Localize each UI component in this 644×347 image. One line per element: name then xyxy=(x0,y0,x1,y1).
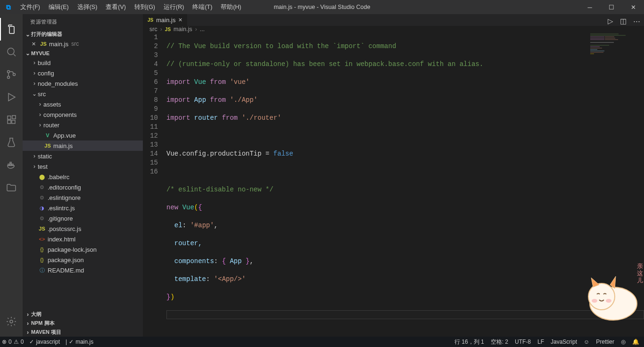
breadcrumb-segment[interactable]: main.js xyxy=(173,26,192,33)
tab-main-js[interactable]: JS main.js × xyxy=(143,14,188,26)
outline-header[interactable]: › 大纲 xyxy=(23,310,143,319)
menu-select[interactable]: 选择(S) xyxy=(74,0,101,14)
chevron-down-icon: ⌄ xyxy=(31,91,38,97)
chevron-right-icon: › xyxy=(195,26,197,33)
file-item[interactable]: ⓘREADME.md xyxy=(23,265,143,275)
status-file[interactable]: | ✓main.js xyxy=(66,339,93,345)
project-header[interactable]: ⌄ MYVUE xyxy=(23,49,143,58)
source-control-icon[interactable] xyxy=(0,63,23,86)
status-language[interactable]: JavaScript xyxy=(551,339,577,345)
explorer-icon[interactable] xyxy=(0,18,23,41)
chevron-right-icon: › xyxy=(31,80,38,87)
file-label: package-lock.json xyxy=(48,246,97,253)
file-item[interactable]: ◑.eslintrc.js xyxy=(23,203,143,213)
folder-item[interactable]: ⌄src xyxy=(23,89,143,99)
breadcrumb-segment[interactable]: src xyxy=(149,26,157,33)
extensions-icon[interactable] xyxy=(0,108,23,131)
status-bell-icon[interactable]: 🔔 xyxy=(632,339,639,345)
status-encoding[interactable]: UTF-8 xyxy=(515,339,531,345)
chevron-right-icon: › xyxy=(31,59,38,66)
status-language-mode[interactable]: ✓javascript xyxy=(29,339,60,345)
status-broadcast-icon[interactable]: ◎ xyxy=(621,339,626,345)
js-icon: JS xyxy=(39,41,48,47)
close-button[interactable]: ✕ xyxy=(622,0,644,14)
folder-item[interactable]: ›node_modules xyxy=(23,78,143,89)
docker-icon[interactable] xyxy=(0,154,23,176)
menu-run[interactable]: 运行(R) xyxy=(160,0,188,14)
file-item[interactable]: JS.postcssrc.js xyxy=(23,223,143,234)
file-label: .postcssrc.js xyxy=(48,225,82,232)
menu-edit[interactable]: 编辑(E) xyxy=(45,0,73,14)
run-debug-icon[interactable] xyxy=(0,86,23,108)
testing-icon[interactable] xyxy=(0,131,23,154)
menu-file[interactable]: 文件(F) xyxy=(17,0,44,14)
npm-header[interactable]: › NPM 脚本 xyxy=(23,319,143,328)
maximize-button[interactable]: ☐ xyxy=(601,0,622,14)
folder-item[interactable]: ›config xyxy=(23,68,143,78)
sidebar-title: 资源管理器 xyxy=(23,14,143,30)
file-item[interactable]: {}package.json xyxy=(23,255,143,265)
js-icon: JS xyxy=(38,226,46,231)
settings-icon[interactable] xyxy=(0,310,23,333)
maven-header[interactable]: › MAVEN 项目 xyxy=(23,328,143,337)
file-item[interactable]: ⬤.babelrc xyxy=(23,172,143,182)
svg-rect-7 xyxy=(12,116,16,119)
folder-item[interactable]: ›components xyxy=(23,109,143,120)
folder-item[interactable]: ›test xyxy=(23,161,143,172)
folder-label: static xyxy=(38,153,52,160)
status-errors[interactable]: ⊗0 ⚠0 xyxy=(2,339,24,345)
open-editor-name: main.js xyxy=(49,41,68,48)
breadcrumb-segment[interactable]: ... xyxy=(200,26,205,33)
folder-item[interactable]: ›assets xyxy=(23,99,143,109)
chevron-right-icon: › xyxy=(37,122,43,128)
code-editor[interactable]: 1234 5678 9101112 13141516 // The Vue bu… xyxy=(143,33,644,337)
folder-item[interactable]: ›static xyxy=(23,151,143,161)
folder-icon[interactable] xyxy=(0,176,23,199)
svg-rect-5 xyxy=(8,120,11,124)
status-eol[interactable]: LF xyxy=(537,339,544,345)
breadcrumb[interactable]: src › JS main.js › ... xyxy=(143,26,644,33)
folder-item[interactable]: ›router xyxy=(23,120,143,130)
chevron-right-icon: › xyxy=(25,311,31,318)
split-editor-icon[interactable]: ◫ xyxy=(620,17,627,25)
minimize-button[interactable]: ─ xyxy=(579,0,601,14)
menu-terminal[interactable]: 终端(T) xyxy=(189,0,216,14)
file-item[interactable]: ⚙.gitignore xyxy=(23,213,143,223)
window-title: main.js - myvue - Visual Studio Code xyxy=(274,4,371,10)
chevron-right-icon: › xyxy=(37,101,43,107)
folder-item[interactable]: ›build xyxy=(23,58,143,68)
chevron-right-icon: › xyxy=(31,70,38,76)
file-item[interactable]: JSmain.js xyxy=(23,140,143,151)
close-icon[interactable]: ✕ xyxy=(29,41,38,47)
run-icon[interactable]: ▷ xyxy=(608,17,613,25)
file-item[interactable]: <>index.html xyxy=(23,234,143,244)
status-cursor[interactable]: 行 16，列 1 xyxy=(454,338,484,346)
menu-go[interactable]: 转到(G) xyxy=(131,0,159,14)
folder-label: router xyxy=(43,122,59,129)
svg-point-1 xyxy=(8,71,10,73)
info-icon: ⓘ xyxy=(38,267,46,274)
code-content[interactable]: // The Vue build version to load with th… xyxy=(166,33,644,337)
check-icon: ✓ xyxy=(29,339,34,345)
file-label: index.html xyxy=(48,236,75,243)
menu-view[interactable]: 查看(V) xyxy=(102,0,130,14)
status-feedback-icon[interactable]: ☺ xyxy=(584,339,589,345)
vscode-logo-icon: ⧉ xyxy=(0,3,17,11)
minimap[interactable] xyxy=(590,33,637,127)
file-item[interactable]: ⚙.eslintignore xyxy=(23,192,143,203)
search-icon[interactable] xyxy=(0,41,23,63)
file-item[interactable]: {}package-lock.json xyxy=(23,244,143,255)
file-item[interactable]: ⚙.editorconfig xyxy=(23,182,143,192)
file-item[interactable]: VApp.vue xyxy=(23,130,143,140)
open-editors-header[interactable]: ⌄ 打开的编辑器 xyxy=(23,30,143,39)
menu-help[interactable]: 帮助(H) xyxy=(217,0,245,14)
warning-icon: ⚠ xyxy=(14,339,19,345)
open-editor-item[interactable]: ✕ JS main.js src xyxy=(23,39,143,49)
status-prettier[interactable]: Prettier xyxy=(596,339,614,345)
line-number-gutter: 1234 5678 9101112 13141516 xyxy=(143,33,166,337)
status-indent[interactable]: 空格: 2 xyxy=(491,338,508,346)
more-icon[interactable]: ⋯ xyxy=(633,17,640,25)
file-label: package.json xyxy=(48,256,84,264)
tab-close-icon[interactable]: × xyxy=(178,16,182,24)
folder-label: node_modules xyxy=(38,80,78,87)
